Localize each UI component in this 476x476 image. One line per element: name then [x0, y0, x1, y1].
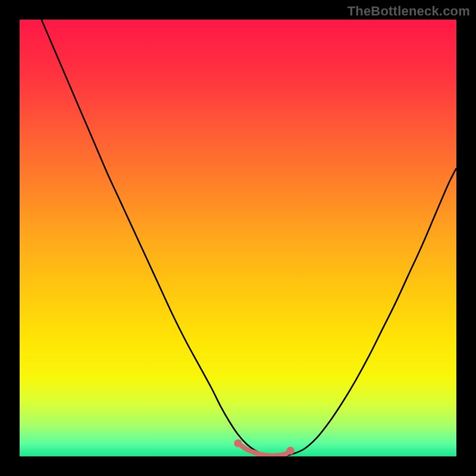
bottleneck-curve-path — [42, 20, 456, 456]
watermark-text: TheBottleneck.com — [347, 4, 470, 19]
bottom-marker-dot — [286, 447, 294, 455]
bottom-marker-group — [234, 439, 294, 456]
bottom-marker-stroke — [238, 443, 290, 456]
plot-area — [20, 20, 456, 456]
bottom-marker-dot — [234, 439, 242, 447]
curve-layer — [20, 20, 456, 456]
chart-frame: TheBottleneck.com — [0, 0, 476, 476]
